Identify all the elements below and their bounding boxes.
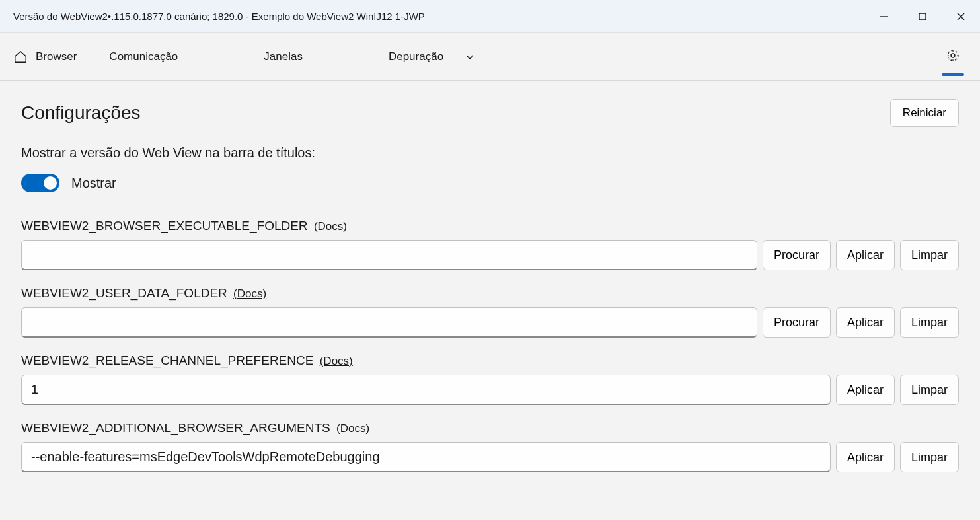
apply-button[interactable]: Aplicar (836, 240, 895, 270)
maximize-icon (918, 12, 927, 21)
apply-button[interactable]: Aplicar (836, 307, 895, 338)
browse-button[interactable]: Procurar (763, 240, 831, 270)
env-user-data-folder-input[interactable] (21, 307, 757, 338)
content: Configurações Reiniciar Mostrar a versão… (0, 81, 980, 520)
docs-link[interactable]: (Docs) (336, 422, 369, 435)
docs-link[interactable]: (Docs) (314, 220, 347, 233)
env-executable-folder-label: WEBVIEW2_BROWSER_EXECUTABLE_FOLDER (21, 219, 308, 233)
clear-button[interactable]: Limpar (900, 307, 959, 338)
page-title: Configurações (21, 102, 141, 124)
docs-link[interactable]: (Docs) (233, 287, 266, 300)
env-release-channel-label: WEBVIEW2_RELEASE_CHANNEL_PREFERENCE (21, 353, 313, 367)
clear-button[interactable]: Limpar (900, 240, 959, 270)
window-controls (865, 0, 980, 32)
titlebar: Versão do WebView2•.115.0.1877.0 canário… (0, 0, 980, 33)
toolbar-communication-label: Comunicação (109, 50, 178, 63)
env-executable-folder: WEBVIEW2_BROWSER_EXECUTABLE_FOLDER (Docs… (21, 219, 959, 270)
toolbar-browser-label: Browser (36, 50, 77, 63)
apply-button[interactable]: Aplicar (836, 442, 895, 472)
close-icon (956, 12, 965, 21)
window-title: Versão do WebView2•.115.0.1877.0 canário… (13, 11, 425, 22)
toolbar-debugging[interactable]: Depuração (375, 45, 488, 69)
env-release-channel-input[interactable] (21, 375, 831, 405)
svg-point-4 (951, 54, 955, 57)
toolbar-windows-label: Janelas (264, 50, 303, 63)
restart-button[interactable]: Reiniciar (890, 99, 959, 127)
gear-icon (946, 48, 960, 63)
home-icon (13, 50, 28, 64)
browse-button[interactable]: Procurar (763, 307, 831, 338)
toolbar-debugging-label: Depuração (389, 50, 443, 63)
clear-button[interactable]: Limpar (900, 442, 959, 472)
env-user-data-folder: WEBVIEW2_USER_DATA_FOLDER (Docs) Procura… (21, 286, 959, 338)
toolbar-windows[interactable]: Janelas (250, 45, 316, 69)
env-executable-folder-input[interactable] (21, 240, 757, 270)
svg-rect-1 (919, 13, 926, 20)
toggle-text: Mostrar (71, 176, 116, 191)
env-release-channel: WEBVIEW2_RELEASE_CHANNEL_PREFERENCE (Doc… (21, 353, 959, 405)
toolbar-separator (93, 46, 93, 67)
settings-button[interactable] (939, 44, 967, 69)
maximize-button[interactable] (903, 0, 942, 32)
toolbar: Browser Comunicação Janelas Depuração (0, 33, 980, 81)
docs-link[interactable]: (Docs) (320, 355, 353, 367)
show-version-label: Mostrar a versão do Web View na barra de… (21, 145, 959, 161)
env-additional-args-input[interactable] (21, 442, 831, 472)
minimize-button[interactable] (865, 0, 903, 32)
chevron-down-icon (465, 52, 475, 62)
env-user-data-folder-label: WEBVIEW2_USER_DATA_FOLDER (21, 286, 227, 300)
env-additional-args-label: WEBVIEW2_ADDITIONAL_BROWSER_ARGUMENTS (21, 421, 330, 435)
close-button[interactable] (942, 0, 980, 32)
minimize-icon (880, 12, 889, 21)
clear-button[interactable]: Limpar (900, 375, 959, 405)
apply-button[interactable]: Aplicar (836, 375, 895, 405)
toolbar-communication[interactable]: Comunicação (96, 45, 191, 69)
toolbar-browser[interactable]: Browser (13, 44, 90, 69)
show-version-toggle[interactable] (21, 174, 59, 192)
toggle-knob (44, 176, 57, 190)
env-additional-args: WEBVIEW2_ADDITIONAL_BROWSER_ARGUMENTS (D… (21, 421, 959, 472)
